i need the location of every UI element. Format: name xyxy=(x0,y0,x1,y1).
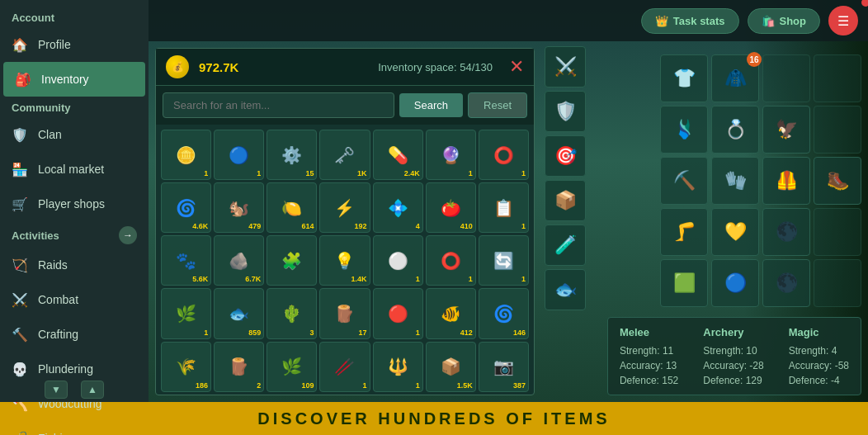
strip-item[interactable]: 📦 xyxy=(545,180,586,221)
player-shops-label: Player shops xyxy=(38,197,105,210)
list-item[interactable]: 🔴1 xyxy=(373,288,423,338)
list-item[interactable]: 📷387 xyxy=(479,342,529,392)
close-button[interactable]: ✕ xyxy=(509,56,524,78)
account-section-label: Account xyxy=(0,7,149,27)
coin-amount: 972.7K xyxy=(199,60,238,74)
equip-slot[interactable]: 💛 xyxy=(711,208,759,256)
strip-item[interactable]: 🎯 xyxy=(545,135,586,177)
equip-slot[interactable]: 🧤 xyxy=(711,157,759,205)
equip-slot[interactable]: 🩱 xyxy=(660,106,708,154)
melee-stats: Melee Strength: 11 Accuracy: 13 Defence:… xyxy=(620,326,678,386)
equip-slot[interactable]: ⛏️ xyxy=(660,157,708,205)
inventory-icon: 🎒 xyxy=(13,69,33,89)
list-item[interactable]: 💠4 xyxy=(373,182,423,233)
strip-item[interactable]: ⚔️ xyxy=(545,46,586,87)
sidebar-item-inventory[interactable]: 🎒 Inventory xyxy=(3,62,145,97)
list-item[interactable]: ⭕1 xyxy=(426,235,476,286)
scroll-down-button[interactable]: ▼ xyxy=(45,381,68,399)
list-item[interactable]: 💊2.4K xyxy=(373,130,423,180)
list-item[interactable]: 🧩 xyxy=(267,235,317,286)
search-input[interactable] xyxy=(163,92,394,118)
equipment-grid: 👕🧥16🩱💍🦅⛏️🧤🦺🥾🦵💛🌑🟩🔵🌑 xyxy=(660,54,861,307)
list-item[interactable]: 🔄1 xyxy=(479,235,529,286)
task-stats-button[interactable]: 👑 Task stats xyxy=(641,8,739,34)
equip-slot[interactable]: 👕 xyxy=(660,54,708,102)
equip-slot[interactable]: 💍 xyxy=(711,106,759,154)
list-item[interactable]: ⚡192 xyxy=(319,182,370,233)
strip-item[interactable]: 🐟 xyxy=(545,269,586,310)
list-item[interactable]: 🪵17 xyxy=(319,288,370,338)
list-item[interactable]: ⚪1 xyxy=(373,235,423,286)
equip-slot[interactable]: 🔵 xyxy=(711,259,759,307)
menu-button[interactable]: ☰ xyxy=(828,6,858,35)
raids-icon: 🏹 xyxy=(10,255,30,275)
strip-item[interactable]: 🧪 xyxy=(545,225,586,266)
list-item[interactable]: 💡1.4K xyxy=(319,235,370,286)
list-item[interactable]: 📦1.5K xyxy=(426,342,476,392)
sidebar-item-clan[interactable]: 🛡️ Clan xyxy=(0,117,149,152)
list-item[interactable]: 🪙1 xyxy=(161,130,211,180)
equip-slot[interactable]: 🧥16 xyxy=(711,54,759,102)
search-bar: Search Reset xyxy=(156,86,534,125)
sidebar-item-combat[interactable]: ⚔️ Combat xyxy=(0,282,149,317)
sidebar-item-raids[interactable]: 🏹 Raids xyxy=(0,248,149,282)
list-item[interactable]: 🔮1 xyxy=(426,130,476,180)
list-item[interactable]: 🐾5.6K xyxy=(161,235,211,286)
list-item[interactable]: 🗝️1K xyxy=(319,130,370,180)
equip-slot[interactable]: 🟩 xyxy=(660,259,708,307)
activities-arrow-icon[interactable]: → xyxy=(119,226,137,244)
equip-slot[interactable]: 🦅 xyxy=(762,106,810,154)
equip-slot[interactable]: 🌑 xyxy=(762,259,810,307)
list-item[interactable]: 🍅410 xyxy=(426,182,476,233)
equip-slot[interactable] xyxy=(814,54,861,102)
equipment-panel: 👕🧥16🩱💍🦅⛏️🧤🦺🥾🦵💛🌑🟩🔵🌑 Melee Strength: 11 Ac… xyxy=(589,41,868,402)
magic-accuracy: Accuracy: -58 xyxy=(789,360,849,371)
crown-icon: 👑 xyxy=(655,15,668,27)
equip-slot[interactable] xyxy=(762,54,810,102)
equip-slot[interactable]: 🥾 xyxy=(814,157,861,205)
profile-icon: 🏠 xyxy=(10,35,30,54)
sidebar-item-player-shops[interactable]: 🛒 Player shops xyxy=(0,187,149,221)
equip-slot[interactable] xyxy=(814,208,861,256)
strip-item[interactable]: 🛡️ xyxy=(545,91,586,132)
profile-label: Profile xyxy=(38,38,71,51)
list-item[interactable]: 🐿️479 xyxy=(214,182,264,233)
sidebar-item-crafting[interactable]: 🔨 Crafting xyxy=(0,317,149,352)
list-item[interactable]: 🌿109 xyxy=(267,342,317,392)
sidebar-item-profile[interactable]: 🏠 Profile xyxy=(0,27,149,62)
equip-slot[interactable] xyxy=(814,259,861,307)
scroll-up-button[interactable]: ▲ xyxy=(81,381,104,399)
list-item[interactable]: ⭕1 xyxy=(479,130,529,180)
list-item[interactable]: 🔵1 xyxy=(214,130,264,180)
crafting-label: Crafting xyxy=(38,328,78,341)
fishing-icon: 🎣 xyxy=(10,428,30,435)
equip-slot[interactable]: 🦺 xyxy=(762,157,810,205)
list-item[interactable]: 🌿1 xyxy=(161,288,211,338)
sidebar-item-fishing[interactable]: 🎣 Fishing xyxy=(0,421,149,435)
list-item[interactable]: 🐠412 xyxy=(426,288,476,338)
archery-strength: Strength: 10 xyxy=(703,345,763,357)
equip-slot[interactable]: 🌑 xyxy=(762,208,810,256)
list-item[interactable]: ⚙️15 xyxy=(267,130,317,180)
equip-slot[interactable]: 🦵 xyxy=(660,208,708,256)
list-item[interactable]: 🌾186 xyxy=(161,342,211,392)
sidebar-item-local-market[interactable]: 🏪 Local market xyxy=(0,152,149,187)
list-item[interactable]: 🔱1 xyxy=(373,342,423,392)
list-item[interactable]: 🌀146 xyxy=(479,288,529,338)
magic-title: Magic xyxy=(789,326,849,338)
archery-title: Archery xyxy=(703,326,763,338)
list-item[interactable]: 🌀4.6K xyxy=(161,182,211,233)
raids-label: Raids xyxy=(38,258,68,272)
search-button[interactable]: Search xyxy=(399,93,463,117)
list-item[interactable]: 🐟859 xyxy=(214,288,264,338)
equip-slot[interactable] xyxy=(814,106,861,154)
list-item[interactable]: 🍋614 xyxy=(267,182,317,233)
list-item[interactable]: 🪵2 xyxy=(214,342,264,392)
shop-button[interactable]: 🛍️ Shop xyxy=(748,8,821,34)
items-grid: 🪙1🔵1⚙️15🗝️1K💊2.4K🔮1⭕1🌀4.6K🐿️479🍋614⚡192💠… xyxy=(156,125,534,395)
list-item[interactable]: 🪨6.7K xyxy=(214,235,264,286)
reset-button[interactable]: Reset xyxy=(468,92,527,118)
list-item[interactable]: 📋1 xyxy=(479,182,529,233)
list-item[interactable]: 🥢1 xyxy=(319,342,370,392)
list-item[interactable]: 🌵3 xyxy=(267,288,317,338)
